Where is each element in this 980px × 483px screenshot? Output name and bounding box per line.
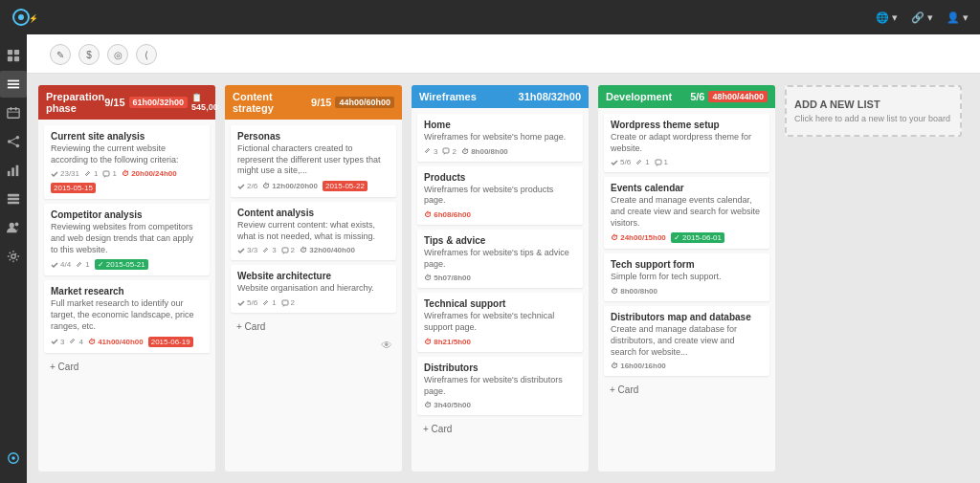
sidebar-item-share[interactable] — [0, 128, 27, 155]
card-desc: Wireframes for website's distributors pa… — [424, 375, 576, 397]
card-title: Products — [424, 172, 576, 183]
svg-point-29 — [11, 456, 15, 460]
card[interactable]: Events calendar Create and manage events… — [604, 177, 769, 249]
list-stats: 9/15 — [104, 97, 124, 108]
visibility-icon[interactable]: 👁 — [381, 339, 392, 352]
add-card-button[interactable]: + Card — [417, 420, 583, 438]
card-hours: ⏱ 5h07/8h00 — [424, 274, 471, 282]
edit-icon[interactable]: ✎ — [50, 44, 71, 65]
money-icon[interactable]: $ — [78, 44, 100, 65]
sidebar-item-app[interactable] — [0, 445, 27, 472]
svg-rect-34 — [282, 300, 288, 305]
svg-text:⚡: ⚡ — [29, 13, 38, 23]
card-date: ✓ 2015-05-21 — [95, 259, 148, 270]
card-desc: Create and manage database for distribut… — [611, 324, 763, 358]
card-checklist: 4/4 — [51, 260, 71, 269]
card[interactable]: Website architecture Website organisatio… — [231, 265, 396, 313]
content-area: ✎ $ ◎ ⟨ Preparation phase 9/15 61h00/32h… — [27, 34, 980, 483]
card-hours: ⏱ 24h00/15h00 — [611, 233, 666, 242]
card-checklist: 3/3 — [237, 246, 257, 254]
svg-rect-38 — [656, 160, 661, 165]
logo: ⚡ — [11, 7, 42, 28]
new-list-column[interactable]: ADD A NEW LIST Click here to add a new l… — [785, 85, 962, 472]
add-card-button[interactable]: + Card — [604, 381, 769, 399]
card-meta: ⏱ 8h00/8h00 — [611, 287, 763, 296]
card[interactable]: Personas Fictional characters created to… — [231, 125, 396, 197]
globe-nav-item[interactable]: 🌐 ▾ — [876, 11, 898, 24]
list-title-text: Content strategy — [233, 91, 311, 114]
card-meta: 2/6 ⏱ 12h00/20h00 2015-05-22 — [237, 181, 390, 191]
card-desc: Full market research to identify our tar… — [51, 298, 203, 332]
svg-rect-3 — [8, 50, 12, 55]
card-meta: ⏱ 6h08/6h00 — [424, 210, 576, 219]
add-card-button[interactable]: + Card — [44, 358, 210, 376]
chart-icon[interactable]: ◎ — [107, 44, 128, 65]
card[interactable]: Distributors map and database Create and… — [604, 306, 769, 376]
card-hours: ⏱ 41h00/40h00 — [88, 338, 144, 346]
card-meta: ⏱ 16h00/16h00 — [611, 362, 763, 370]
card[interactable]: Tips & advice Wireframes for website's t… — [417, 230, 583, 288]
card-hours: ⏱ 8h21/5h00 — [424, 338, 471, 346]
card-desc: Wireframes for website's home page. — [424, 132, 576, 143]
top-nav: ⚡ 🌐 ▾ 🔗 ▾ 👤 ▾ — [0, 0, 980, 34]
share-icon[interactable]: ⟨ — [136, 44, 157, 65]
list-header-content: Content strategy 9/15 44h00/60h00 — [225, 85, 402, 120]
list-header-development: Development 5/6 48h00/44h00 — [598, 85, 775, 108]
sidebar-item-list[interactable] — [0, 186, 27, 212]
new-list-subtitle: Click here to add a new list to your boa… — [794, 114, 952, 123]
card[interactable]: Products Wireframes for website's produc… — [417, 166, 583, 225]
card-attachments: 3 — [424, 147, 437, 156]
svg-rect-30 — [103, 171, 109, 176]
card-hours: ⏱ 6h08/6h00 — [424, 210, 471, 219]
card-meta: 3 2 ⏱ 8h00/8h00 — [424, 147, 576, 156]
card[interactable]: Home Wireframes for website's home page.… — [417, 114, 583, 162]
sidebar-item-settings[interactable] — [0, 243, 27, 270]
new-list-box[interactable]: ADD A NEW LIST Click here to add a new l… — [785, 85, 962, 137]
card-title: Tips & advice — [424, 235, 576, 246]
svg-point-25 — [10, 223, 14, 228]
card-desc: Wireframes for website's technical suppo… — [424, 311, 576, 333]
list-stats: 9/15 — [311, 97, 331, 108]
add-card-button[interactable]: + Card — [231, 318, 396, 336]
card-desc: Website organisation and hierarchy. — [237, 283, 390, 295]
list-stats: 5/6 — [690, 91, 704, 102]
card-attachments: 1 — [84, 169, 98, 178]
card-title: Market research — [51, 286, 203, 296]
sidebar-item-users[interactable] — [0, 214, 27, 241]
list-time-badge: 48h00/44h00 — [708, 91, 768, 102]
card[interactable]: Market research Full market research to … — [44, 280, 210, 352]
card-desc: Reviewing websites from competitors and … — [51, 222, 203, 255]
sidebar-item-chart[interactable] — [0, 157, 27, 184]
card-checklist: 5/6 — [611, 158, 631, 166]
card[interactable]: Technical support Wireframes for website… — [417, 293, 583, 351]
card-title: Current site analysis — [51, 131, 203, 142]
list-column-wireframes: Wireframes 31h08/32h00 Home Wireframes f… — [412, 85, 589, 472]
sidebar-item-tasks[interactable] — [0, 71, 27, 98]
card[interactable]: Wordpress theme setup Create or adapt wo… — [604, 114, 769, 172]
list-title-text: Development — [606, 91, 672, 102]
svg-rect-36 — [443, 148, 449, 153]
user-nav-item[interactable]: 👤 ▾ — [947, 11, 969, 24]
network-nav-item[interactable]: 🔗 ▾ — [911, 11, 933, 24]
list-title-text: Wireframes — [419, 91, 477, 102]
card-title: Tech support form — [611, 259, 763, 270]
list-body-content: Personas Fictional characters created to… — [225, 120, 402, 472]
card-comments: 2 — [281, 298, 295, 307]
svg-rect-9 — [8, 87, 19, 89]
svg-rect-24 — [8, 202, 19, 205]
card-desc: Create or adapt wordpress theme for webs… — [611, 132, 763, 154]
card[interactable]: Distributors Wireframes for website's di… — [417, 357, 583, 415]
card-hours: ⏱ 8h00/8h00 — [611, 287, 657, 296]
card-title: Wordpress theme setup — [611, 120, 763, 130]
sidebar-item-dashboard[interactable] — [0, 42, 27, 69]
card-hours: ⏱ 20h00/24h00 — [122, 169, 177, 178]
svg-rect-19 — [8, 171, 11, 176]
card[interactable]: Current site analysis Reviewing the curr… — [44, 125, 210, 199]
card-meta: ⏱ 24h00/15h00 ✓ 2015-06-01 — [611, 232, 763, 243]
card[interactable]: Competitor analysis Reviewing websites f… — [44, 204, 210, 275]
sidebar-item-calendar[interactable] — [0, 99, 27, 126]
list-money: 📋 545,00 — [191, 93, 218, 112]
card[interactable]: Tech support form Simple form for tech s… — [604, 253, 769, 301]
card[interactable]: Content analysis Review current content:… — [231, 202, 396, 260]
card-comments: 1 — [655, 158, 668, 166]
